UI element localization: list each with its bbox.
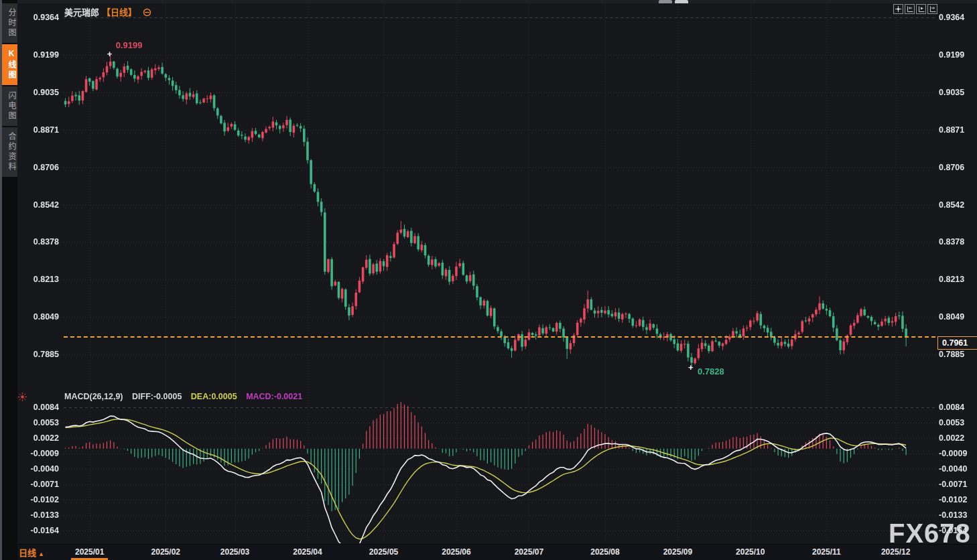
y-axis-label-right: 0.8049 (939, 312, 964, 322)
y-axis-label-left: 0.8871 (29, 125, 59, 135)
macd-axis-label-left: -0.0071 (29, 480, 59, 489)
x-axis-label: 2025/10 (736, 547, 765, 557)
low-price-annotation: 0.7828 (698, 366, 724, 376)
y-axis-label-right: 0.8706 (939, 163, 964, 172)
chart-toolbar (893, 4, 937, 14)
macd-name: MACD(26,12,9) (64, 392, 123, 401)
macd-header: MACD(26,12,9) DIFF:-0.0005 DEA:0.0005 MA… (64, 392, 309, 401)
macd-axis-label-left: -0.0009 (29, 449, 59, 458)
macd-macd-value: MACD:-0.0021 (246, 392, 302, 401)
window-top-strip (0, 0, 977, 3)
watermark: FX678 (889, 518, 971, 549)
y-axis-label-left: 0.9364 (29, 13, 59, 22)
macd-axis-label-right: -0.0009 (939, 449, 967, 458)
period-label: 日线 (19, 548, 36, 558)
symbol-name: 美元瑞郎 (64, 7, 99, 17)
chart-canvas[interactable] (0, 0, 977, 560)
macd-axis-label-left: -0.0040 (29, 464, 59, 474)
macd-axis-label-left: 0.0022 (29, 433, 59, 443)
period-tag: 【日线】 (102, 7, 137, 17)
y-axis-label-left: 0.8213 (29, 275, 59, 284)
macd-axis-label-right: 0.0053 (939, 418, 964, 427)
axis-expand-right-icon[interactable] (927, 4, 937, 14)
window-tab[interactable] (675, 0, 688, 3)
y-axis-label-right: 0.8213 (939, 275, 964, 284)
window-tab[interactable] (659, 0, 672, 3)
indicator-settings-icon[interactable] (17, 392, 27, 405)
sidebar: 分时图K线图闪电图合约资料 (0, 0, 17, 560)
y-axis-label-right: 0.9035 (939, 88, 964, 97)
macd-axis-label-right: 0.0084 (939, 403, 964, 412)
x-axis-label: 2025/08 (590, 547, 619, 557)
y-axis-label-left: 0.8706 (29, 163, 59, 172)
period-selector[interactable]: 日线▲ (19, 546, 44, 559)
x-axis-label: 2025/03 (220, 547, 249, 557)
macd-axis-label-left: -0.0133 (29, 510, 59, 520)
sidebar-item-time-chart[interactable]: 分时图 (2, 3, 17, 43)
x-axis-label: 2025/05 (369, 547, 398, 557)
last-price-line (64, 336, 935, 338)
macd-axis-label-left: 0.0084 (29, 403, 59, 412)
y-axis-label-left: 0.8049 (29, 312, 59, 322)
y-axis-label-right: 0.8378 (939, 237, 964, 247)
y-axis-label-left: 0.8542 (29, 200, 59, 210)
y-axis-label-left: 0.9199 (29, 50, 59, 60)
high-point-marker: + (107, 50, 113, 58)
low-point-marker: + (688, 363, 694, 372)
axis-play-icon[interactable] (916, 4, 926, 14)
macd-axis-label-left: -0.0164 (29, 526, 59, 535)
x-axis-label: 2025/12 (881, 547, 910, 557)
sidebar-item-kline-chart[interactable]: K线图 (2, 44, 17, 85)
chevron-up-icon: ▲ (38, 551, 44, 557)
x-axis-label: 2025/11 (812, 547, 841, 557)
chart-title: 美元瑞郎【日线】 (64, 5, 151, 18)
x-axis-label: 2025/04 (293, 547, 322, 557)
y-axis-label-left: 0.8378 (29, 237, 59, 247)
y-axis-label-right: 0.8542 (939, 200, 964, 210)
pan-icon[interactable] (893, 4, 903, 14)
sidebar-items: 分时图K线图闪电图合约资料 (2, 3, 17, 178)
macd-axis-label-left: -0.0102 (29, 495, 59, 504)
macd-axis-label-right: -0.0040 (939, 464, 967, 474)
x-axis-label: 2025/09 (663, 547, 692, 557)
x-axis-label: 2025/07 (515, 547, 543, 557)
macd-dea-value: DEA:0.0005 (191, 392, 237, 401)
x-axis-label: 2025/02 (151, 547, 180, 557)
y-axis-label-right: 0.9364 (939, 13, 964, 22)
y-axis-label-left: 0.9035 (29, 88, 59, 97)
x-axis-label: 2025/06 (442, 547, 470, 557)
chart-panel: 美元瑞郎【日线】 分时图K线图闪电图合约资料 0.93640.93640.919… (0, 0, 977, 560)
last-price-badge: 0.7961 (937, 336, 977, 350)
macd-axis-label-right: 0.0022 (939, 433, 964, 443)
macd-axis-label-right: -0.0071 (939, 480, 967, 489)
x-axis-label: 2025/01 (75, 547, 104, 557)
sidebar-item-flash-chart[interactable]: 闪电图 (2, 86, 17, 126)
macd-axis-label-right: -0.0102 (939, 495, 967, 504)
macd-diff-value: DIFF:-0.0005 (132, 392, 182, 401)
macd-axis-label-left: 0.0053 (29, 418, 59, 427)
y-axis-label-right: 0.8871 (939, 125, 964, 135)
sidebar-item-contract-info[interactable]: 合约资料 (2, 127, 17, 177)
y-axis-label-left: 0.7885 (29, 350, 59, 359)
settings-circle-icon[interactable] (143, 8, 151, 17)
y-axis-label-right: 0.7885 (939, 350, 964, 359)
axis-compress-left-icon[interactable] (905, 4, 915, 14)
high-price-annotation: 0.9199 (116, 40, 143, 50)
y-axis-label-right: 0.9199 (939, 50, 964, 60)
